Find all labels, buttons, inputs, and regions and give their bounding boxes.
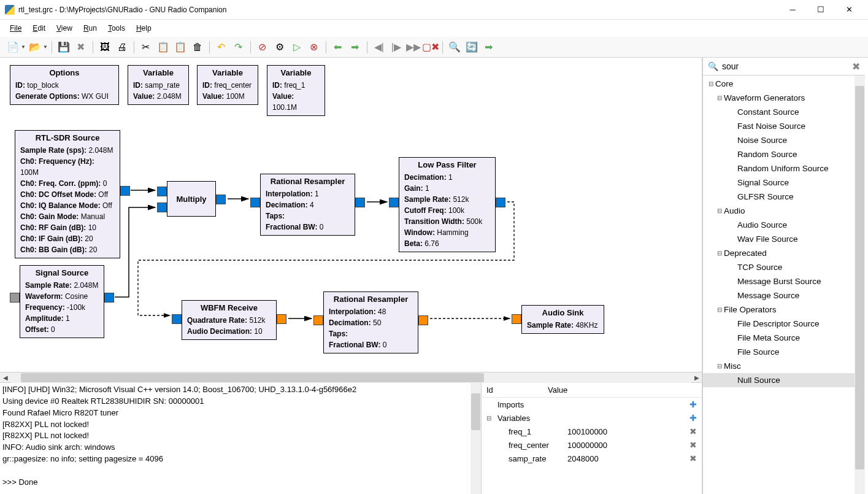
block-rational-resampler-2[interactable]: Rational Resampler Interpolation: 48Deci…: [323, 291, 418, 353]
output-port[interactable]: [496, 198, 505, 207]
maximize-button[interactable]: ☐: [807, 1, 835, 19]
cut-icon[interactable]: ✂: [138, 39, 154, 55]
redo-icon[interactable]: ↷: [231, 39, 247, 55]
input-port[interactable]: [250, 198, 260, 207]
rotate-left-icon[interactable]: ◀|: [371, 39, 387, 55]
input-port-1[interactable]: [157, 203, 167, 212]
find-icon[interactable]: 🔍: [447, 39, 463, 55]
undo-icon[interactable]: ↶: [213, 39, 229, 55]
block-variable-freq-center[interactable]: Variable ID: freq_center Value: 100M: [197, 65, 258, 105]
input-port[interactable]: [172, 314, 182, 324]
rotate-right-icon[interactable]: |▶: [388, 39, 404, 55]
input-port[interactable]: [389, 198, 399, 207]
input-port-0[interactable]: [157, 187, 167, 196]
tree-leaf[interactable]: Constant Source: [703, 105, 865, 119]
tree-vscroll-thumb[interactable]: [855, 86, 864, 469]
output-port[interactable]: [216, 195, 226, 204]
tree-leaf[interactable]: File Source: [703, 345, 865, 359]
tree-leaf[interactable]: Wav File Source: [703, 232, 865, 246]
generate-icon[interactable]: ⚙: [272, 39, 288, 55]
block-rtl-sdr-source[interactable]: RTL-SDR Source Sample Rate (sps): 2.048M…: [15, 130, 120, 258]
add-icon[interactable]: ✚: [689, 399, 697, 409]
tree-leaf[interactable]: GLFSR Source: [703, 190, 865, 204]
back-icon[interactable]: ⬅: [330, 39, 346, 55]
block-signal-source[interactable]: Signal Source Sample Rate: 2.048MWavefor…: [20, 265, 104, 338]
search-input[interactable]: [721, 60, 850, 72]
delete-icon[interactable]: ✖: [689, 426, 697, 436]
menu-view[interactable]: View: [52, 21, 77, 35]
console-vscroll[interactable]: [470, 383, 481, 494]
tree-leaf[interactable]: File Meta Source: [703, 331, 865, 345]
open-icon[interactable]: 📂: [27, 39, 43, 55]
block-audio-sink[interactable]: Audio Sink Sample Rate: 48KHz: [521, 305, 604, 334]
clear-search-icon[interactable]: ✖: [850, 61, 862, 72]
scroll-right-icon[interactable]: ▶: [691, 372, 702, 383]
new-dropdown[interactable]: ▼: [21, 44, 26, 50]
save-icon[interactable]: 💾: [56, 39, 72, 55]
input-port[interactable]: [313, 315, 323, 325]
tree-group[interactable]: ⊟Deprecated: [703, 246, 865, 260]
scroll-left-icon[interactable]: ◀: [0, 372, 10, 383]
new-icon[interactable]: 📄: [5, 39, 21, 55]
run-external-icon[interactable]: ➡: [481, 39, 497, 55]
tree-group[interactable]: ⊟Misc: [703, 359, 865, 373]
tree-leaf[interactable]: Message Burst Source: [703, 274, 865, 288]
menu-run[interactable]: Run: [79, 21, 102, 35]
block-tree[interactable]: ⊟ Core ⊟Waveform GeneratorsConstant Sour…: [703, 75, 865, 494]
flowgraph-canvas[interactable]: Options ID: top_block Generate Options: …: [0, 58, 702, 372]
error-icon[interactable]: ⊘: [255, 39, 271, 55]
variable-row[interactable]: freq_center100000000✖: [482, 438, 702, 452]
tree-group[interactable]: ⊟Audio: [703, 204, 865, 218]
tree-leaf[interactable]: Signal Source: [703, 176, 865, 190]
tree-leaf[interactable]: Random Uniform Source: [703, 161, 865, 176]
variables-row[interactable]: ⊟Variables ✚: [482, 411, 702, 425]
open-dropdown[interactable]: ▼: [43, 44, 48, 50]
output-port[interactable]: [418, 315, 428, 325]
collapse-icon[interactable]: ⊟: [486, 415, 495, 422]
collapse-icon[interactable]: ⊟: [715, 207, 724, 214]
tree-leaf[interactable]: TCP Source: [703, 260, 865, 274]
output-port[interactable]: [120, 186, 130, 196]
tree-leaf[interactable]: Audio Source: [703, 218, 865, 232]
hscroll-thumb[interactable]: [21, 373, 484, 382]
close-button[interactable]: ✕: [835, 1, 863, 19]
tree-group[interactable]: ⊟File Operators: [703, 303, 865, 317]
paste-icon[interactable]: 📋: [172, 39, 188, 55]
input-port[interactable]: [512, 314, 521, 324]
collapse-icon[interactable]: ⊟: [707, 80, 715, 87]
menu-edit[interactable]: Edit: [28, 21, 50, 35]
menu-tools[interactable]: Tools: [103, 21, 130, 35]
menu-file[interactable]: File: [5, 21, 26, 35]
minimize-button[interactable]: ─: [778, 1, 807, 19]
tree-leaf[interactable]: File Descriptor Source: [703, 317, 865, 331]
output-port[interactable]: [277, 314, 286, 324]
variable-row[interactable]: freq_1100100000✖: [482, 425, 702, 438]
input-port[interactable]: [10, 293, 20, 303]
screenshot-icon[interactable]: 🖼: [97, 39, 113, 55]
skip-icon[interactable]: ▶▶: [405, 39, 421, 55]
tree-leaf[interactable]: Message Source: [703, 288, 865, 303]
collapse-icon[interactable]: ⊟: [715, 95, 724, 101]
block-multiply[interactable]: Multiply: [167, 181, 216, 217]
print-icon[interactable]: 🖨: [114, 39, 130, 55]
tree-root-core[interactable]: ⊟ Core: [703, 77, 865, 91]
tree-leaf[interactable]: Fast Noise Source: [703, 119, 865, 133]
reload-icon[interactable]: 🔄: [464, 39, 480, 55]
collapse-icon[interactable]: ⊟: [715, 250, 724, 257]
collapse-icon[interactable]: ⊟: [715, 363, 724, 369]
copy-icon[interactable]: 📋: [155, 39, 171, 55]
collapse-icon[interactable]: ⊟: [715, 306, 724, 313]
console-output[interactable]: [INFO] [UHD] Win32; Microsoft Visual C++…: [0, 383, 481, 494]
block-options[interactable]: Options ID: top_block Generate Options: …: [10, 65, 119, 105]
tree-leaf[interactable]: Noise Source: [703, 133, 865, 147]
menu-help[interactable]: Help: [131, 21, 156, 35]
output-port[interactable]: [355, 198, 365, 207]
tree-leaf[interactable]: Null Source: [703, 373, 865, 387]
close-tab-icon[interactable]: ✖: [73, 39, 89, 55]
tree-leaf[interactable]: Random Source: [703, 147, 865, 161]
forward-icon[interactable]: ➡: [347, 39, 363, 55]
execute-icon[interactable]: ▷: [289, 39, 305, 55]
delete-icon[interactable]: 🗑: [190, 39, 205, 55]
delete-icon[interactable]: ✖: [689, 453, 697, 463]
kill-icon[interactable]: ⊗: [306, 39, 322, 55]
